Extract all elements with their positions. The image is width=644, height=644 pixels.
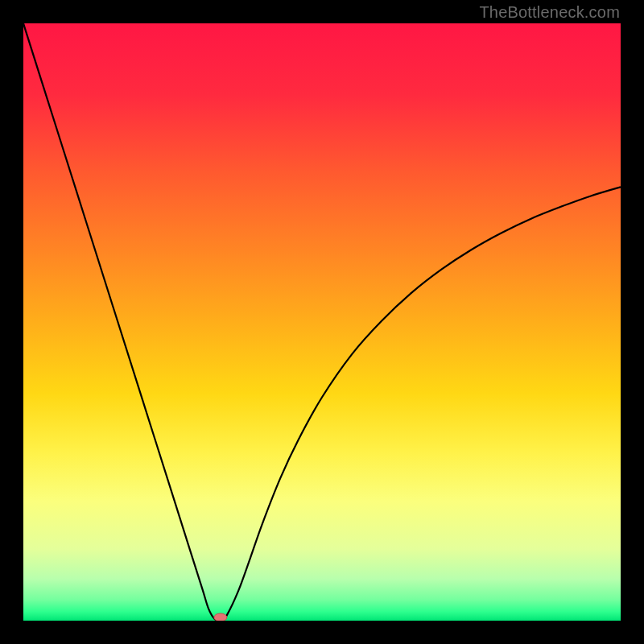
minimum-marker [214,613,227,621]
chart-frame: TheBottleneck.com [0,0,644,644]
gradient-background [23,23,621,621]
chart-svg [23,23,621,621]
watermark-text: TheBottleneck.com [479,3,620,22]
plot-area [23,23,621,621]
